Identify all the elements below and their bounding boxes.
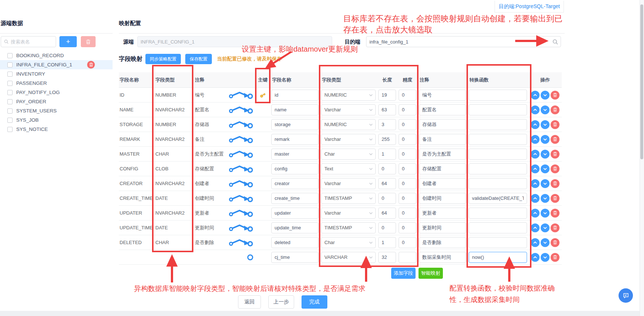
length-input[interactable] [378,178,396,189]
table-checkbox[interactable] [7,62,13,67]
move-up-button[interactable] [531,164,540,173]
finish-button[interactable]: 完成 [302,295,327,309]
target-field-type-select[interactable]: Char [321,149,376,160]
table-checkbox[interactable] [7,127,13,132]
delete-row-button[interactable] [551,120,559,129]
delete-row-button[interactable] [551,223,559,232]
chat-bubble-button[interactable] [619,288,633,303]
comment-input[interactable] [419,149,466,160]
delete-row-button[interactable] [551,253,559,262]
delete-row-button[interactable] [551,209,559,218]
target-field-name-input[interactable] [271,252,318,263]
length-input[interactable] [378,252,396,263]
source-table-input[interactable] [137,36,332,47]
sidebar-item-sys_notice[interactable]: SYS_NOTICE [0,125,113,134]
mapping-arrow-icon[interactable] [228,119,254,130]
move-up-button[interactable] [531,194,540,203]
move-down-button[interactable] [541,120,550,129]
add-field-button[interactable]: 添加字段 [391,268,416,279]
comment-input[interactable] [419,178,466,189]
convert-func-input[interactable] [469,222,527,233]
comment-input[interactable] [419,134,466,145]
convert-func-input[interactable] [469,237,527,248]
comment-input[interactable] [419,208,466,219]
sync-policy-button[interactable]: 同步策略配置 [145,54,181,64]
delete-row-button[interactable] [551,238,559,247]
target-field-name-input[interactable] [271,119,318,130]
delete-row-button[interactable] [551,150,559,159]
length-input[interactable] [378,193,396,204]
scrollbar-thumb[interactable] [640,4,643,159]
target-field-name-input[interactable] [271,237,318,248]
move-up-button[interactable] [531,120,540,129]
delete-row-button[interactable] [551,105,559,114]
precision-input[interactable] [399,119,416,130]
mapping-arrow-icon[interactable] [228,104,254,115]
length-input[interactable] [378,90,396,101]
move-down-button[interactable] [541,194,550,203]
table-checkbox[interactable] [7,53,13,58]
target-field-type-select[interactable]: Varchar [321,178,376,189]
sidebar-item-passenger[interactable]: PASSENGER [0,79,113,88]
sidebar-item-system_users[interactable]: SYSTEM_USERS [0,106,113,115]
mapping-arrow-icon[interactable] [228,134,254,145]
move-up-button[interactable] [531,105,540,114]
save-config-button[interactable]: 保存配置 [185,54,212,64]
primary-key-icon[interactable] [259,92,266,98]
mapping-arrow-icon[interactable] [228,193,254,204]
smart-map-button[interactable]: 智能映射 [419,268,443,279]
target-table-search-button[interactable] [550,37,561,47]
sidebar-item-pay_order[interactable]: PAY_ORDER [0,97,113,106]
move-down-button[interactable] [541,135,550,144]
target-field-name-input[interactable] [271,193,318,204]
convert-func-input[interactable] [469,90,527,101]
target-field-type-select[interactable]: Varchar [321,134,376,145]
precision-input[interactable] [399,193,416,204]
sidebar-item-sys_job[interactable]: SYS_JOB [0,115,113,125]
target-field-type-select[interactable]: NUMERIC [321,90,376,101]
move-down-button[interactable] [541,91,550,100]
move-up-button[interactable] [531,135,540,144]
target-field-name-input[interactable] [271,178,318,189]
table-checkbox[interactable] [7,72,13,77]
comment-input[interactable] [419,119,466,130]
length-input[interactable] [378,119,396,130]
convert-func-input[interactable] [469,149,527,160]
precision-input[interactable] [399,90,416,101]
length-input[interactable] [378,222,396,233]
length-input[interactable] [378,163,396,174]
search-input[interactable] [11,39,53,45]
target-field-type-select[interactable]: Varchar [321,104,376,115]
convert-func-input[interactable] [469,193,527,204]
delete-row-button[interactable] [551,91,559,100]
target-field-name-input[interactable] [271,222,318,233]
length-input[interactable] [378,237,396,248]
length-input[interactable] [378,208,396,219]
target-field-type-select[interactable]: TIMESTAMP [321,222,376,233]
move-up-button[interactable] [531,238,540,247]
target-field-name-input[interactable] [271,163,318,174]
mapping-arrow-icon[interactable] [228,222,254,233]
move-down-button[interactable] [541,164,550,173]
precision-input[interactable] [399,222,416,233]
delete-row-button[interactable] [551,135,559,144]
precision-input[interactable] [399,163,416,174]
convert-func-input[interactable] [469,163,527,174]
comment-input[interactable] [419,237,466,248]
sidebar-item-booking_record[interactable]: BOOKING_RECORD [0,51,113,60]
sidebar-item-inventory[interactable]: INVENTORY [0,69,113,79]
convert-func-input[interactable] [469,208,527,219]
move-up-button[interactable] [531,179,540,188]
back-button[interactable]: 返回 [238,295,261,309]
target-field-name-input[interactable] [271,149,318,160]
convert-func-input[interactable] [469,178,527,189]
unmapped-circle-icon[interactable] [228,252,254,263]
delete-row-button[interactable] [551,194,559,203]
target-field-type-select[interactable]: Text [321,163,376,174]
delete-row-button[interactable] [551,179,559,188]
table-checkbox[interactable] [7,99,13,104]
mapping-arrow-icon[interactable] [228,237,254,248]
move-up-button[interactable] [531,91,540,100]
comment-input[interactable] [419,222,466,233]
delete-row-button[interactable] [551,164,559,173]
